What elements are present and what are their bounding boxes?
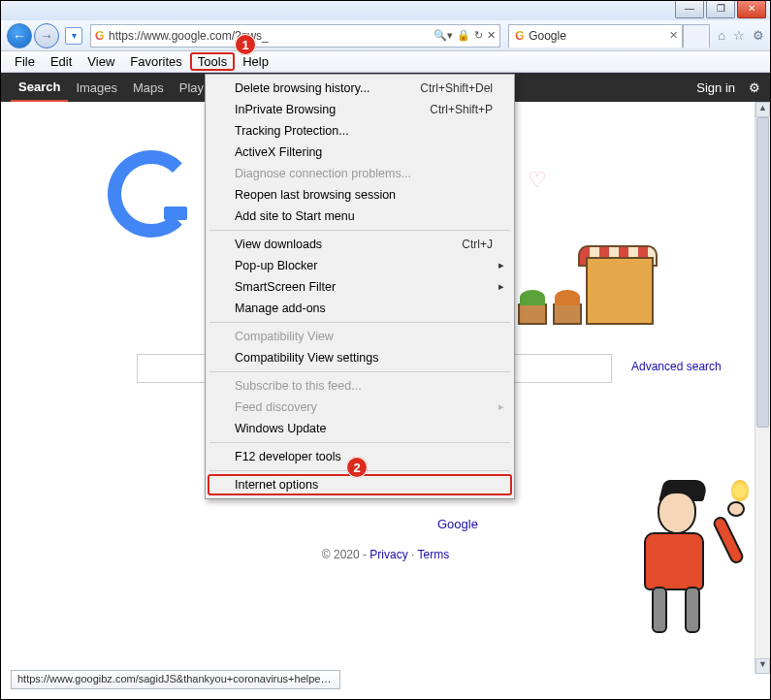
menu-help[interactable]: Help [235,52,276,71]
menu-item-add-site-to-start-menu[interactable]: Add site to Start menu [208,206,512,227]
scroll-up-button[interactable]: ▲ [755,102,770,117]
address-icons: 🔍▾ 🔒 ↻ ✕ [434,29,496,42]
mascot-leg [685,587,700,633]
menu-item-shortcut: Ctrl+Shift+Del [420,81,493,95]
gbar-maps[interactable]: Maps [125,80,172,95]
gbar-images[interactable]: Images [68,80,125,95]
mascot-illustration [623,480,749,645]
doodle-produce [520,290,545,305]
copyright-text: © 2020 - [322,548,370,561]
doodle-market [518,218,654,325]
settings-gear-icon[interactable]: ⚙ [749,80,760,95]
address-bar[interactable]: https://www.google.com/?gws_ 🔍▾ 🔒 ↻ ✕ [90,24,500,48]
google-g-icon [108,150,195,238]
menu-separator [209,230,510,231]
menu-separator [209,442,510,443]
menu-item-subscribe-to-this-feed: Subscribe to this feed... [208,375,512,397]
menu-item-smartscreen-filter[interactable]: SmartScreen Filter [208,276,512,298]
doodle-crate [553,303,582,325]
menu-view[interactable]: View [80,52,122,71]
menu-item-label: Reopen last browsing session [235,188,396,202]
stop-icon[interactable]: ✕ [487,29,496,42]
back-button[interactable]: ← [7,23,32,48]
menu-item-label: F12 developer tools [235,450,341,463]
menu-item-label: ActiveX Filtering [235,145,322,159]
navigation-bar: ← → ▾ https://www.google.com/?gws_ 🔍▾ 🔒 … [1,20,770,51]
google-text-link[interactable]: Google [437,517,478,531]
menu-item-reopen-last-browsing-session[interactable]: Reopen last browsing session [208,184,512,206]
lock-icon[interactable]: 🔒 [457,29,470,42]
menu-bar: FileEditViewFavoritesToolsHelp [1,51,770,73]
menu-item-label: Pop-up Blocker [235,259,317,272]
doodle-crate [518,303,547,325]
menu-item-label: SmartScreen Filter [235,280,336,294]
tab-strip: Google ✕ [508,24,710,48]
terms-link[interactable]: Terms [418,548,450,561]
doodle-stall [586,257,654,325]
minimize-button[interactable]: — [675,1,704,18]
scroll-down-button[interactable]: ▼ [755,658,770,674]
menu-item-diagnose-connection-problems: Diagnose connection problems... [208,163,512,184]
menu-file[interactable]: File [7,52,43,71]
scroll-thumb[interactable] [756,117,769,428]
menu-item-label: Feed discovery [235,400,317,414]
privacy-link[interactable]: Privacy [369,548,407,561]
menu-item-label: Add site to Start menu [235,209,355,223]
menu-item-label: Tracking Protection... [235,124,349,138]
refresh-icon[interactable]: ↻ [474,29,483,42]
address-favicon-icon [95,29,109,43]
tab-google[interactable]: Google ✕ [508,24,683,48]
status-bar: https://www.googibz.com/sagidJS&thankyou… [11,670,340,689]
vertical-scrollbar[interactable]: ▲ ▼ [755,102,770,674]
tab-title: Google [529,29,566,43]
tools-gear-icon[interactable]: ⚙ [753,28,764,43]
menu-item-compatibility-view-settings[interactable]: Compatibility View settings [208,347,512,368]
menu-item-compatibility-view: Compatibility View [208,326,512,347]
menu-item-view-downloads[interactable]: View downloadsCtrl+J [208,234,512,255]
menu-item-label: Windows Update [235,422,327,435]
menu-item-label: Internet options [235,478,318,492]
menu-item-activex-filtering[interactable]: ActiveX Filtering [208,142,512,163]
mascot-legs [650,587,702,635]
search-dropdown-icon[interactable]: 🔍▾ [434,29,453,42]
menu-item-label: Diagnose connection problems... [235,167,411,180]
doodle-produce [555,290,580,305]
menu-item-manage-add-ons[interactable]: Manage add-ons [208,298,512,319]
menu-item-pop-up-blocker[interactable]: Pop-up Blocker [208,255,512,276]
menu-item-delete-browsing-history[interactable]: Delete browsing history...Ctrl+Shift+Del [208,78,512,99]
mascot-hand [727,501,745,517]
menu-item-inprivate-browsing[interactable]: InPrivate BrowsingCtrl+Shift+P [208,99,512,120]
window-controls: — ❐ ✕ [673,1,766,18]
menu-item-tracking-protection[interactable]: Tracking Protection... [208,120,512,142]
menu-tools[interactable]: Tools [190,52,235,71]
new-tab-button[interactable] [683,24,710,48]
menu-item-feed-discovery: Feed discovery [208,397,512,418]
forward-button[interactable]: → [34,23,59,48]
tab-close-icon[interactable]: ✕ [669,29,678,42]
menu-item-label: Compatibility View settings [235,351,378,365]
tab-favicon-icon [515,29,529,43]
gbar-search[interactable]: Search [11,80,68,102]
menu-item-label: Subscribe to this feed... [235,379,362,393]
chrome-icon-group: ⌂ ☆ ⚙ [718,28,764,43]
mascot-leg [652,587,667,633]
favorites-icon[interactable]: ☆ [733,28,745,43]
menu-item-label: View downloads [235,238,322,251]
google-logo [108,150,195,238]
mascot-head [658,492,696,534]
advanced-search-link[interactable]: Advanced search [631,360,722,373]
callout-badge-2: 2 [346,457,368,478]
maximize-button[interactable]: ❐ [706,1,735,18]
heart-icon: ♡ [528,168,547,193]
signin-link[interactable]: Sign in [689,80,743,95]
menu-edit[interactable]: Edit [43,52,80,71]
menu-item-windows-update[interactable]: Windows Update [208,418,512,439]
callout-badge-1: 1 [235,34,256,55]
menu-item-label: InPrivate Browsing [235,103,336,116]
home-icon[interactable]: ⌂ [718,28,725,43]
menu-favorites[interactable]: Favorites [122,52,189,71]
compat-shield-icon[interactable]: ▾ [65,27,82,45]
close-button[interactable]: ✕ [737,1,766,18]
mascot-body [644,532,704,590]
lightbulb-icon [731,480,749,501]
